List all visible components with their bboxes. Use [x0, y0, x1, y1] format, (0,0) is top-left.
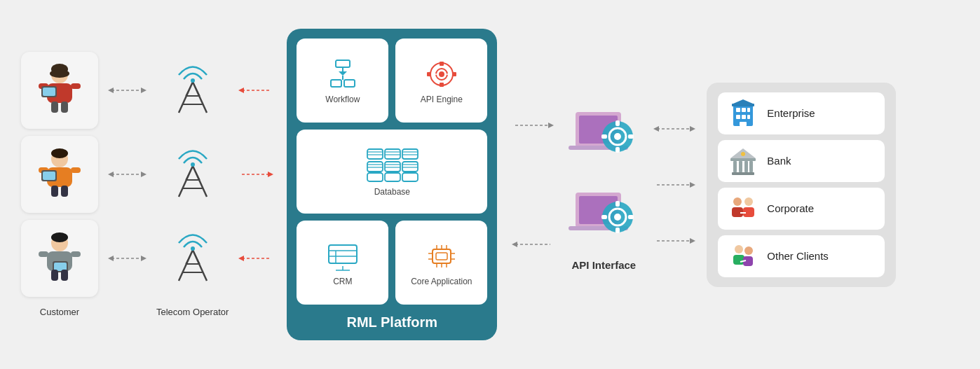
api-interface-label: API Interface — [571, 259, 636, 271]
red-arrow-svg-1 — [238, 83, 273, 97]
workflow-icon — [325, 59, 360, 90]
svg-marker-29 — [108, 88, 114, 93]
mid-arrows — [512, 66, 554, 304]
tower-icon-3 — [172, 230, 214, 286]
right-arrows — [238, 52, 273, 318]
svg-rect-139 — [615, 228, 620, 233]
svg-rect-131 — [628, 134, 634, 139]
svg-rect-128 — [615, 120, 620, 126]
api-engine-label: API Engine — [421, 95, 463, 104]
svg-rect-155 — [747, 115, 750, 119]
platform-row-3: CRM — [297, 221, 487, 305]
svg-rect-153 — [736, 115, 740, 119]
api-engine-cell: API Engine — [395, 39, 487, 123]
svg-line-49 — [193, 166, 200, 180]
svg-rect-5 — [71, 83, 81, 89]
tower-icon-2 — [172, 146, 214, 202]
api-interface-top-img — [565, 98, 642, 168]
api-right-arrow-top — [653, 122, 695, 136]
svg-rect-98 — [385, 173, 400, 181]
svg-rect-23 — [71, 251, 81, 257]
svg-line-42 — [193, 82, 200, 96]
svg-point-174 — [744, 246, 753, 255]
right-api-arrows — [653, 101, 695, 269]
enterprise-building-icon — [728, 98, 758, 129]
red-arrow-3 — [238, 220, 273, 297]
telecom-section: Telecom Operator — [156, 52, 229, 317]
svg-rect-100 — [329, 245, 357, 263]
enterprise-row: Enterprise — [718, 92, 885, 134]
svg-line-56 — [193, 250, 200, 264]
bank-row: Bank — [718, 140, 885, 182]
svg-line-48 — [186, 166, 193, 180]
enterprise-label: Enterprise — [767, 107, 815, 119]
svg-marker-143 — [690, 126, 695, 132]
svg-rect-74 — [427, 72, 431, 76]
svg-rect-165 — [749, 161, 753, 172]
svg-line-55 — [186, 250, 193, 264]
api-interface-bottom-img — [565, 179, 642, 249]
crm-icon-container — [325, 241, 360, 272]
svg-point-57 — [191, 246, 195, 251]
database-cell: Database — [297, 130, 487, 214]
customer-card-2 — [21, 136, 98, 213]
svg-point-137 — [614, 214, 621, 221]
svg-point-11 — [51, 148, 68, 158]
customer-icon-3 — [32, 230, 88, 286]
rml-platform: Workflow — [287, 29, 497, 340]
bidirectional-arrow-3 — [108, 251, 147, 265]
svg-marker-144 — [653, 126, 659, 132]
svg-rect-91 — [385, 162, 400, 172]
workflow-label: Workflow — [325, 95, 360, 104]
red-arrow-1 — [238, 52, 273, 129]
platform-title: RML Platform — [297, 314, 487, 330]
svg-rect-173 — [733, 255, 744, 265]
svg-marker-158 — [733, 99, 753, 104]
bank-label: Bank — [767, 155, 791, 167]
svg-rect-138 — [615, 201, 620, 207]
core-app-icon — [424, 241, 459, 272]
svg-rect-75 — [452, 72, 456, 76]
svg-rect-94 — [402, 162, 418, 172]
svg-rect-160 — [730, 158, 756, 161]
svg-rect-73 — [440, 83, 444, 87]
database-label: Database — [374, 187, 410, 197]
svg-marker-63 — [238, 256, 244, 261]
red-arrow-svg-2 — [238, 167, 273, 181]
svg-rect-97 — [367, 173, 383, 181]
svg-point-172 — [735, 245, 743, 253]
svg-point-20 — [51, 232, 68, 242]
api-interface-bottom-svg — [565, 179, 642, 249]
svg-rect-88 — [367, 162, 383, 172]
mid-arrow-left — [512, 237, 554, 251]
svg-point-50 — [191, 162, 195, 167]
svg-rect-130 — [601, 134, 607, 139]
workflow-icon-container — [325, 59, 360, 90]
svg-rect-18 — [61, 186, 68, 197]
arrow-group-3 — [108, 220, 147, 297]
svg-rect-163 — [739, 161, 742, 172]
customer-section: Customer — [21, 52, 98, 317]
corporate-label: Corporate — [767, 202, 814, 214]
svg-rect-64 — [336, 60, 350, 67]
svg-marker-32 — [108, 172, 114, 177]
svg-rect-27 — [61, 270, 68, 281]
core-app-cell: Core Application — [395, 221, 487, 305]
other-clients-row: Other Clients — [718, 235, 885, 277]
red-arrow-svg-3 — [238, 251, 273, 265]
tower-card-1 — [165, 52, 221, 129]
api-right-arrow-bot — [653, 234, 695, 248]
svg-rect-106 — [433, 249, 451, 263]
svg-rect-140 — [601, 215, 607, 219]
svg-rect-157 — [732, 104, 754, 106]
corporate-people-icon — [728, 193, 758, 224]
mid-arrow-top — [512, 118, 554, 132]
other-clients-people-icon — [728, 241, 758, 272]
api-engine-icon-container — [424, 59, 459, 90]
corporate-row: Corporate — [718, 188, 885, 230]
api-interface-section: API Interface — [565, 98, 642, 271]
svg-rect-26 — [51, 270, 58, 281]
crm-label: CRM — [333, 277, 352, 286]
bank-icon — [728, 146, 758, 176]
svg-rect-14 — [71, 167, 81, 173]
